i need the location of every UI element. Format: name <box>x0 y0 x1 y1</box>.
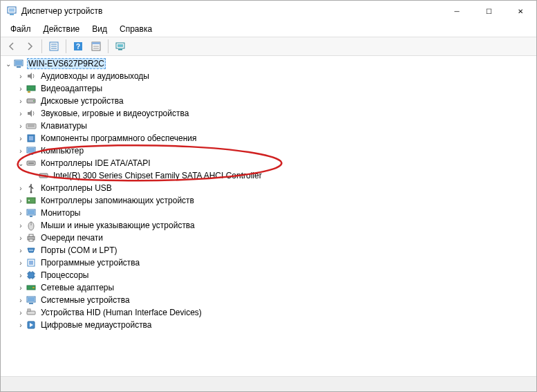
chevron-right-icon[interactable]: › <box>16 234 26 242</box>
chevron-right-icon[interactable]: › <box>16 122 26 130</box>
component-icon <box>26 133 37 144</box>
svg-rect-66 <box>28 309 30 311</box>
chevron-right-icon[interactable]: › <box>16 259 26 267</box>
chevron-right-icon[interactable]: › <box>16 197 26 205</box>
svg-rect-39 <box>28 210 35 214</box>
tree-item-network[interactable]: › Сетевые адаптеры <box>3 281 536 294</box>
svg-rect-65 <box>27 311 35 315</box>
svg-rect-17 <box>15 61 22 65</box>
chevron-right-icon[interactable]: › <box>16 135 26 142</box>
svg-rect-2 <box>10 14 14 15</box>
chevron-right-icon[interactable]: › <box>16 147 26 155</box>
tree-item-ports[interactable]: › Порты (COM и LPT) <box>3 244 536 256</box>
tree-item-ide-ata[interactable]: ⌄ Контроллеры IDE ATA/ATAPI <box>3 157 536 169</box>
back-button[interactable] <box>3 39 20 54</box>
svg-rect-20 <box>28 91 30 93</box>
tree-item-label: Контроллеры IDE ATA/ATAPI <box>39 158 152 169</box>
svg-point-47 <box>30 250 32 251</box>
tree-item-disk[interactable]: › Дисковые устройства <box>3 95 536 107</box>
chevron-right-icon[interactable]: › <box>16 272 26 279</box>
menu-action[interactable]: Действие <box>38 23 86 35</box>
svg-rect-19 <box>27 86 35 91</box>
tree-item-label: Мыши и иные указывающие устройства <box>39 220 196 231</box>
menubar: Файл Действие Вид Справка <box>1 21 536 37</box>
monitor-icon <box>26 207 37 218</box>
tree-item-label: Сетевые адаптеры <box>39 282 115 293</box>
forward-button[interactable] <box>21 39 38 54</box>
tree-item-media[interactable]: › Цифровые медиаустройства <box>3 319 536 331</box>
cpu-icon <box>26 270 37 281</box>
hid-icon <box>26 307 37 318</box>
svg-rect-63 <box>28 297 35 301</box>
chevron-right-icon[interactable]: › <box>16 209 26 217</box>
svg-point-48 <box>32 250 33 251</box>
scan-hardware-button[interactable] <box>112 39 129 54</box>
chevron-right-icon[interactable]: › <box>16 97 26 105</box>
tree-item-software-components[interactable]: › Компоненты программного обеспечения <box>3 132 536 144</box>
svg-rect-30 <box>29 153 33 155</box>
svg-rect-15 <box>118 49 122 50</box>
chevron-right-icon[interactable]: › <box>16 73 26 80</box>
chevron-right-icon[interactable]: › <box>16 321 26 329</box>
chevron-right-icon[interactable]: › <box>16 222 26 230</box>
properties-button[interactable] <box>88 39 104 54</box>
tree-item-label: Звуковые, игровые и видеоустройства <box>39 108 190 119</box>
svg-point-35 <box>30 192 32 194</box>
tree-item-hid[interactable]: › Устройства HID (Human Interface Device… <box>3 306 536 319</box>
device-tree[interactable]: ⌄ WIN-EVS627P9R2C › Аудиовходы и аудиовы… <box>1 56 536 376</box>
chevron-right-icon[interactable]: › <box>16 185 26 192</box>
tree-item-label: Процессоры <box>39 270 91 281</box>
tree-item-usb[interactable]: › Контроллеры USB <box>3 182 536 194</box>
toolbar-separator <box>66 39 66 53</box>
chevron-right-icon[interactable]: › <box>16 309 26 317</box>
chevron-down-icon[interactable]: ⌄ <box>3 60 13 68</box>
statusbar <box>1 376 536 391</box>
tree-item-audio[interactable]: › Аудиовходы и аудиовыходы <box>3 70 536 82</box>
chevron-right-icon[interactable]: › <box>16 110 26 118</box>
svg-rect-36 <box>27 198 35 203</box>
tree-item-software-devices[interactable]: › Программные устройства <box>3 256 536 269</box>
menu-view[interactable]: Вид <box>86 23 113 35</box>
svg-point-22 <box>33 100 35 102</box>
tree-item-print-queues[interactable]: › Очереди печати <box>3 232 536 244</box>
chevron-down-icon[interactable]: ⌄ <box>16 160 26 167</box>
svg-rect-40 <box>30 216 32 217</box>
svg-point-46 <box>29 250 30 251</box>
chevron-right-icon[interactable]: › <box>16 297 26 304</box>
tree-item-monitors[interactable]: › Мониторы <box>3 207 536 219</box>
maximize-button[interactable]: ☐ <box>473 1 505 21</box>
mouse-icon <box>26 220 37 231</box>
svg-rect-29 <box>28 148 35 152</box>
chevron-right-icon[interactable]: › <box>16 247 26 254</box>
chevron-right-icon[interactable]: › <box>16 85 26 93</box>
tree-item-ide-child[interactable]: › Intel(R) 300 Series Chipset Family SAT… <box>3 169 536 182</box>
tree-item-label: Контроллеры USB <box>39 183 113 194</box>
tree-item-mice[interactable]: › Мыши и иные указывающие устройства <box>3 219 536 232</box>
svg-point-37 <box>28 200 30 201</box>
chevron-right-icon[interactable]: › <box>16 284 26 292</box>
tree-item-sound-game[interactable]: › Звуковые, игровые и видеоустройства <box>3 107 536 120</box>
network-adapter-icon <box>26 282 37 293</box>
tree-item-label: Компоненты программного обеспечения <box>39 133 198 144</box>
tree-item-label: Компьютер <box>39 145 85 156</box>
menu-file[interactable]: Файл <box>5 23 37 35</box>
menu-help[interactable]: Справка <box>114 23 158 35</box>
tree-item-video[interactable]: › Видеоадаптеры <box>3 82 536 95</box>
close-button[interactable]: ✕ <box>505 1 536 21</box>
svg-rect-64 <box>29 303 33 304</box>
tree-item-computer[interactable]: › Компьютер <box>3 144 536 157</box>
tree-item-system[interactable]: › Системные устройства <box>3 294 536 306</box>
svg-rect-32 <box>28 162 34 164</box>
tree-item-storage-controllers[interactable]: › Контроллеры запоминающих устройств <box>3 194 536 207</box>
tree-item-keyboard[interactable]: › Клавиатуры <box>3 120 536 132</box>
tree-item-label: Дисковые устройства <box>39 95 125 106</box>
minimize-button[interactable]: ─ <box>441 1 473 21</box>
details-button[interactable] <box>46 39 62 54</box>
help-button[interactable]: ? <box>70 39 86 54</box>
svg-rect-51 <box>28 272 34 278</box>
tree-item-label: Программные устройства <box>39 257 141 268</box>
tree-item-cpu[interactable]: › Процессоры <box>3 269 536 281</box>
controller-icon <box>26 158 37 169</box>
titlebar: Диспетчер устройств ─ ☐ ✕ <box>1 1 536 21</box>
tree-root[interactable]: ⌄ WIN-EVS627P9R2C <box>3 57 536 70</box>
